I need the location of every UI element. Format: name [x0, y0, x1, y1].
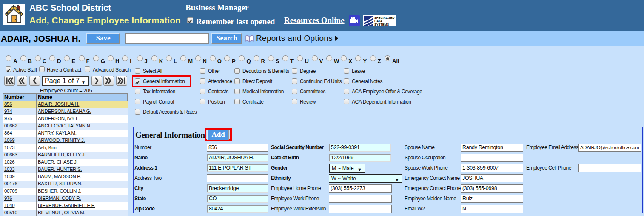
svg-text:SYSTEMS: SYSTEMS [374, 23, 389, 26]
